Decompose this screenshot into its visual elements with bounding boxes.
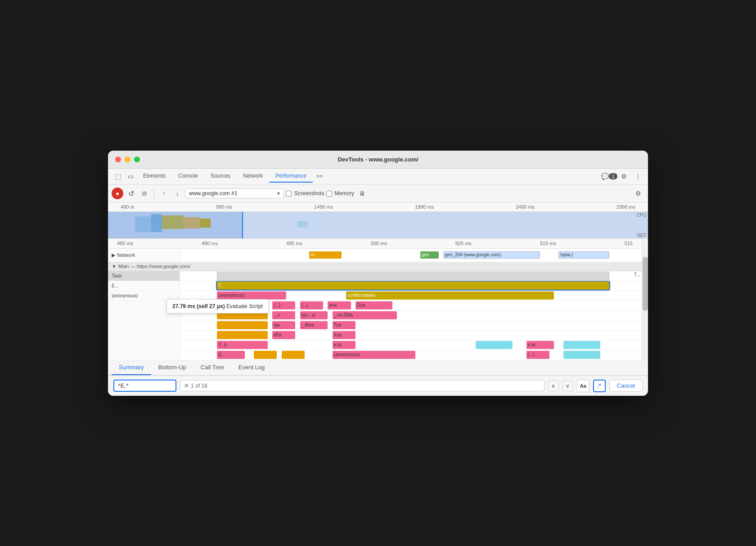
block-eta-2[interactable]: e.ta bbox=[526, 341, 554, 349]
screenshots-checkbox[interactable] bbox=[286, 191, 292, 197]
vertical-scrollbar[interactable] bbox=[642, 239, 648, 360]
evaluate-label: E... bbox=[108, 281, 180, 291]
block-dfa[interactable]: dFa bbox=[272, 331, 295, 339]
block-x[interactable]: _.x bbox=[272, 311, 295, 319]
block-eta-1[interactable]: e.ta bbox=[333, 341, 356, 349]
block-dots-1[interactable]: (...) bbox=[272, 301, 295, 309]
more-tabs-button[interactable]: >> bbox=[313, 170, 326, 182]
task-end-label: T... bbox=[634, 272, 640, 277]
tab-event-log[interactable]: Event Log bbox=[231, 360, 272, 375]
evaluate-block[interactable]: T... bbox=[217, 282, 609, 290]
block-g-dot[interactable]: G... bbox=[217, 351, 245, 359]
block-sma[interactable]: _.$ma bbox=[300, 321, 328, 329]
screenshots-checkbox-group: Screenshots bbox=[286, 190, 324, 197]
memory-icon[interactable]: 🖥 bbox=[356, 187, 369, 200]
network-block-hpba[interactable]: hpba ( bbox=[558, 251, 609, 259]
block-anonymous-long[interactable]: (anonymous) bbox=[333, 351, 416, 359]
search-pattern-wrapper[interactable] bbox=[113, 380, 176, 392]
network-track: ▶ Network m... gen gen_204 (www.google.c… bbox=[108, 249, 642, 262]
device-icon[interactable]: ▭ bbox=[124, 170, 137, 183]
teal-block-1[interactable] bbox=[476, 341, 513, 349]
teal-block-2[interactable] bbox=[563, 341, 600, 349]
comment-icon[interactable]: 💬 1 bbox=[603, 170, 616, 183]
search-prev-button[interactable]: ∧ bbox=[548, 380, 559, 391]
match-case-button[interactable]: Aa bbox=[577, 380, 590, 392]
network-block-gen[interactable]: gen bbox=[420, 251, 439, 259]
anonymous-block[interactable]: (anonymous) bbox=[217, 291, 286, 300]
url-dropdown-icon: ▾ bbox=[277, 190, 280, 197]
block-yb[interactable]: Y...b bbox=[217, 341, 268, 349]
main-panel: 485 ms 490 ms 495 ms 500 ms 505 ms 510 m… bbox=[108, 239, 648, 360]
regex-button[interactable]: .* bbox=[593, 380, 606, 392]
tab-performance[interactable]: Performance bbox=[269, 170, 313, 183]
tab-call-tree[interactable]: Call Tree bbox=[194, 360, 231, 375]
settings-icon[interactable]: ⚙ bbox=[617, 170, 630, 183]
timeline-overview[interactable]: 490 m 990 ms 1490 ms 1990 ms 2490 ms 299… bbox=[108, 203, 648, 239]
tab-console[interactable]: Console bbox=[172, 170, 204, 183]
block-ana[interactable]: ana bbox=[328, 301, 351, 309]
network-block-gen204[interactable]: gen_204 (www.google.com) bbox=[443, 251, 540, 259]
stop-button[interactable]: ⊘ bbox=[139, 188, 150, 199]
url-selector[interactable]: www.google.com #1 ▾ bbox=[185, 188, 284, 198]
block-tya[interactable]: Tya bbox=[333, 321, 356, 329]
orange-block-2[interactable] bbox=[217, 321, 268, 329]
block-dots-2[interactable]: (...) bbox=[300, 301, 323, 309]
evaluate-content: T... bbox=[180, 281, 642, 291]
maximize-button[interactable] bbox=[134, 157, 140, 162]
tab-right-actions: 💬 1 ⚙ ⋮ bbox=[603, 170, 644, 183]
search-next-button[interactable]: ∨ bbox=[562, 380, 573, 391]
search-count: 1 of 18 bbox=[191, 383, 207, 389]
timeline-graph[interactable]: CPU NET bbox=[108, 212, 648, 239]
tab-sources[interactable]: Sources bbox=[204, 170, 237, 183]
record-button[interactable]: ● bbox=[112, 188, 123, 199]
inspector-icon[interactable]: ⬚ bbox=[112, 170, 124, 183]
task-block[interactable] bbox=[217, 272, 609, 281]
tab-network[interactable]: Network bbox=[237, 170, 269, 183]
scroll-thumb[interactable] bbox=[643, 257, 648, 311]
tab-elements[interactable]: Elements bbox=[137, 170, 172, 183]
traffic-lights bbox=[115, 157, 140, 162]
minimize-button[interactable] bbox=[125, 157, 130, 162]
reload-button[interactable]: ↺ bbox=[125, 188, 137, 199]
block-xja[interactable]: xja bbox=[272, 321, 295, 329]
tab-summary[interactable]: Summary bbox=[112, 360, 151, 375]
more-menu-icon[interactable]: ⋮ bbox=[632, 170, 644, 183]
main-collapse-icon[interactable]: ▼ bbox=[112, 264, 117, 269]
search-pattern-input[interactable] bbox=[118, 382, 172, 389]
network-block-m[interactable]: m... bbox=[309, 251, 342, 259]
block-xya[interactable]: Xya bbox=[333, 331, 356, 339]
flame-row-3: xja _.$ma Tya bbox=[108, 321, 642, 331]
orange-block-small2[interactable] bbox=[282, 351, 305, 359]
memory-checkbox[interactable] bbox=[326, 191, 332, 197]
block-an-s[interactable]: (an...s) bbox=[300, 311, 328, 319]
timeline-selection[interactable] bbox=[108, 212, 243, 239]
timeline-marks: 490 m 990 ms 1490 ms 1990 ms 2490 ms 299… bbox=[112, 204, 644, 210]
search-clear-icon[interactable]: ✕ bbox=[184, 382, 189, 389]
block-lm-zwa[interactable]: _.lm.ZWa bbox=[333, 311, 397, 319]
orange-block-3[interactable] bbox=[217, 331, 268, 339]
teal-block-3[interactable] bbox=[563, 351, 600, 359]
network-label: Network bbox=[117, 252, 135, 258]
tooltip-label: Evaluate Script bbox=[226, 303, 263, 309]
net-label: NET bbox=[637, 233, 646, 238]
tracks-container: 485 ms 490 ms 495 ms 500 ms 505 ms 510 m… bbox=[108, 239, 642, 360]
block-dots-end[interactable]: (...) bbox=[526, 351, 549, 359]
record-settings-icon[interactable]: ⚙ bbox=[632, 187, 644, 200]
tab-bottom-up[interactable]: Bottom-Up bbox=[151, 360, 194, 375]
tooltip-time: 27.79 ms (self 27 μs) bbox=[172, 303, 225, 309]
close-button[interactable] bbox=[115, 157, 121, 162]
cancel-button[interactable]: Cancel bbox=[609, 380, 643, 392]
bottom-tab-bar: Summary Bottom-Up Call Tree Event Log bbox=[108, 360, 648, 376]
memory-checkbox-group: Memory bbox=[326, 190, 354, 197]
tab-bar: ⬚ ▭ Elements Console Sources Network Per… bbox=[108, 169, 648, 185]
download-button[interactable]: ↓ bbox=[171, 188, 183, 199]
flame-label-5 bbox=[108, 340, 180, 350]
network-collapse-icon[interactable]: ▶ bbox=[112, 252, 115, 258]
window-title: DevTools - www.google.com/ bbox=[338, 156, 418, 163]
run-microtasks-block[interactable]: runMicrotasks bbox=[346, 291, 554, 300]
flame-content-5: Y...b e.ta e.ta bbox=[180, 340, 642, 350]
upload-button[interactable]: ↑ bbox=[158, 188, 170, 199]
block-gya[interactable]: Gya bbox=[356, 301, 392, 309]
orange-block-small[interactable] bbox=[254, 351, 277, 359]
timeline-ruler: 490 m 990 ms 1490 ms 1990 ms 2490 ms 299… bbox=[108, 203, 648, 212]
